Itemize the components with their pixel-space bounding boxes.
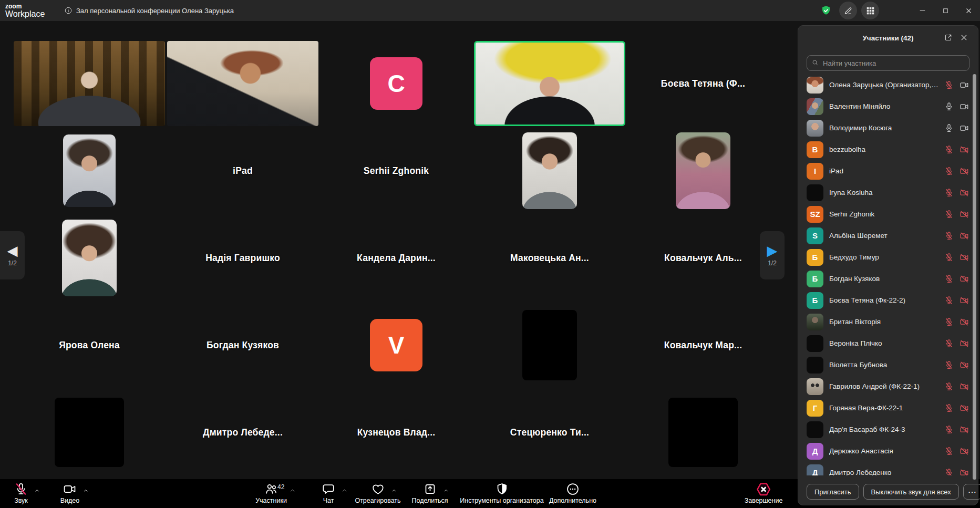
participant-row[interactable]: Володимир Косюга xyxy=(798,117,973,139)
video-tile[interactable] xyxy=(14,390,165,475)
video-tile[interactable]: Стецюренко Ти... xyxy=(474,390,625,475)
video-button[interactable]: Видео xyxy=(60,482,80,504)
camera-status-icon xyxy=(959,295,969,306)
video-tile[interactable] xyxy=(627,390,779,475)
video-tile[interactable] xyxy=(627,128,779,213)
chat-button[interactable]: Чат xyxy=(322,482,335,504)
security-shield-icon[interactable] xyxy=(817,2,835,19)
previous-page-button[interactable]: ◀ 1/2 xyxy=(0,231,25,279)
participant-row[interactable]: Iryna Kosiuha xyxy=(798,182,973,203)
avatar xyxy=(807,314,823,330)
participant-row[interactable]: Британ Вікторія xyxy=(798,311,973,333)
panel-more-button[interactable]: ··· xyxy=(963,484,980,500)
video-tile[interactable] xyxy=(474,303,625,388)
video-tile[interactable] xyxy=(14,128,165,213)
video-tile[interactable]: iPad xyxy=(167,128,318,213)
video-tile[interactable]: Ковальчук Аль... xyxy=(627,215,779,300)
video-tile[interactable]: Ковальчук Мар... xyxy=(627,303,779,388)
participant-row[interactable]: SZ Serhii Zghonik xyxy=(798,203,973,225)
camera-status-icon xyxy=(959,338,969,349)
video-tile[interactable]: Кандела Дарин... xyxy=(321,215,472,300)
invite-button[interactable]: Пригласить xyxy=(807,484,859,500)
video-tile[interactable]: Боєва Тетяна (Ф... xyxy=(627,41,779,126)
participant-row[interactable]: Віолетта Бубнова xyxy=(798,354,973,376)
audio-options-chevron[interactable] xyxy=(34,487,40,494)
participant-list: Олена Заруцька (Организатор, я) Валентин… xyxy=(798,74,973,475)
participants-options-chevron[interactable] xyxy=(289,487,296,494)
video-tile[interactable]: Богдан Кузяков xyxy=(167,303,318,388)
participant-name: Дмитро Лебеденко xyxy=(829,469,939,475)
mic-status-icon xyxy=(944,381,954,392)
video-tile[interactable]: Serhii Zghonik xyxy=(321,128,472,213)
mic-status-icon xyxy=(944,468,954,476)
participant-name-label: iPad xyxy=(233,165,253,177)
participant-name: Альбіна Шеремет xyxy=(829,232,939,240)
more-button[interactable]: Дополнительно xyxy=(549,482,596,504)
video-tile[interactable] xyxy=(474,128,625,213)
participant-row[interactable]: Д Дерюжко Анастасія xyxy=(798,440,973,462)
participant-row[interactable]: Г Горяная Вера-ФК-22-1 xyxy=(798,397,973,419)
minimize-button[interactable] xyxy=(911,0,934,21)
avatar: Г xyxy=(807,400,823,417)
participant-row[interactable]: Б Богдан Кузяков xyxy=(798,268,973,289)
video-tile[interactable] xyxy=(167,41,318,126)
search-participant-input[interactable] xyxy=(807,55,969,71)
mic-status-icon xyxy=(944,231,954,241)
share-button[interactable]: Поделиться xyxy=(411,482,448,504)
maximize-button[interactable] xyxy=(934,0,957,21)
participant-row[interactable]: S Альбіна Шеремет xyxy=(798,225,973,246)
mute-all-button[interactable]: Выключить звук для всех xyxy=(863,484,959,500)
video-tile[interactable]: Кузнецов Влад... xyxy=(321,390,472,475)
participant-row[interactable]: Б Боєва Тетяна (Фк-22-2) xyxy=(798,289,973,311)
video-options-chevron[interactable] xyxy=(82,487,89,494)
participant-row[interactable]: Гаврилов Андрей (ФК-22-1) xyxy=(798,376,973,397)
gallery-view-icon[interactable] xyxy=(861,2,879,19)
participant-name: Британ Вікторія xyxy=(829,318,939,326)
video-tile[interactable]: Дмитро Лебеде... xyxy=(167,390,318,475)
react-options-chevron[interactable] xyxy=(390,487,397,494)
participant-row[interactable]: Валентин Міняйло xyxy=(798,96,973,117)
video-tile[interactable]: V xyxy=(321,303,472,388)
heart-react-icon xyxy=(371,482,385,496)
video-tile[interactable]: C xyxy=(321,41,472,126)
participant-row[interactable]: Д Дмитро Лебеденко xyxy=(798,462,973,475)
avatar: B xyxy=(807,141,823,158)
end-meeting-button[interactable]: Завершение xyxy=(745,482,783,504)
video-tile[interactable]: Надія Гавришко xyxy=(167,215,318,300)
dark-video-feed xyxy=(522,310,577,380)
video-tile[interactable] xyxy=(14,215,165,300)
participant-row[interactable]: Дар'я Басараб ФК-24-3 xyxy=(798,419,973,440)
participant-name: Горяная Вера-ФК-22-1 xyxy=(829,404,939,412)
close-panel-icon[interactable] xyxy=(960,33,968,42)
participants-button[interactable]: 42 Участники xyxy=(255,482,287,504)
avatar: Б xyxy=(807,271,823,287)
participant-row[interactable]: B bezzubolha xyxy=(798,139,973,160)
share-options-chevron[interactable] xyxy=(442,487,449,494)
video-gallery: C Боєва Тетяна (Ф... iPad Serhii Zghonik… xyxy=(14,41,779,475)
annotate-pencil-icon[interactable] xyxy=(839,2,857,19)
avatar: Б xyxy=(807,249,823,266)
panel-scrollbar[interactable] xyxy=(973,74,976,480)
avatar: Д xyxy=(807,443,823,460)
participant-name: Дерюжко Анастасія xyxy=(829,447,939,455)
audio-button[interactable]: Звук xyxy=(14,482,28,504)
camera-status-icon xyxy=(959,231,969,241)
video-feed xyxy=(167,41,318,126)
participant-row[interactable]: Б Бедхудо Тимур xyxy=(798,246,973,268)
popout-panel-icon[interactable] xyxy=(944,33,953,42)
info-icon[interactable] xyxy=(64,6,73,15)
host-tools-button[interactable]: Инструменты организатора xyxy=(460,482,543,504)
next-page-button[interactable]: ▶ 1/2 xyxy=(760,231,785,279)
video-tile[interactable] xyxy=(14,41,165,126)
close-window-button[interactable] xyxy=(957,0,980,21)
video-tile-active-speaker[interactable] xyxy=(474,41,625,126)
participant-row[interactable]: Олена Заруцька (Организатор, я) xyxy=(798,74,973,96)
camera-status-icon xyxy=(959,188,969,198)
react-button[interactable]: Отреагировать xyxy=(355,482,400,504)
chat-options-chevron[interactable] xyxy=(341,487,348,494)
participant-row[interactable]: I iPad xyxy=(798,160,973,182)
video-tile[interactable]: Маковецька Ан... xyxy=(474,215,625,300)
logo-workplace: Workplace xyxy=(5,10,45,18)
video-tile[interactable]: Ярова Олена xyxy=(14,303,165,388)
participant-row[interactable]: Вероніка Плічко xyxy=(798,333,973,354)
